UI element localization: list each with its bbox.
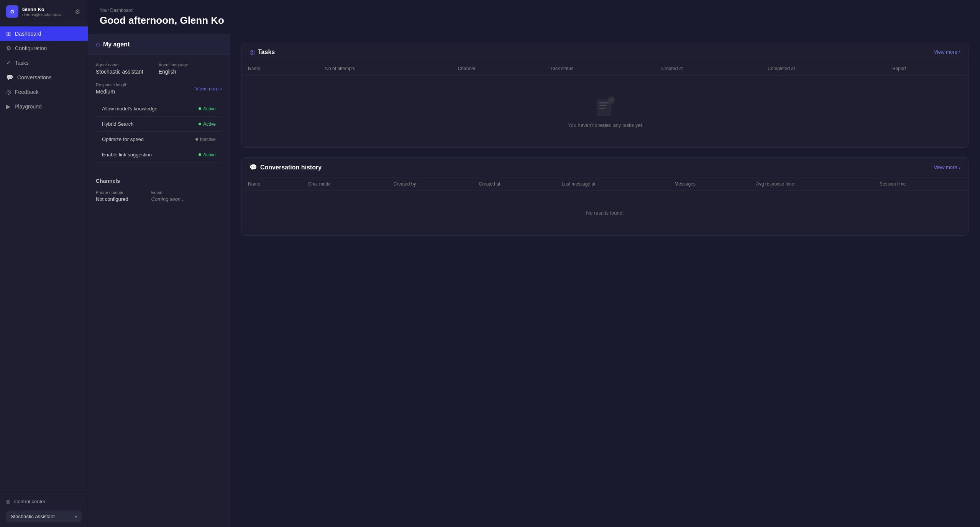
settings-button[interactable]: ⚙ [73, 7, 82, 17]
sidebar-item-label: Configuration [15, 45, 47, 51]
table-header-cell: Name [242, 62, 319, 76]
channels-title: Channels [96, 178, 222, 184]
status-badge: Active [199, 106, 216, 112]
breadcrumb: Your Dashboard [100, 8, 969, 13]
status-dot [199, 107, 201, 110]
status-badge: Active [199, 152, 216, 158]
table-header-cell: Created at [473, 177, 555, 191]
tasks-arrow-icon: › [959, 49, 960, 55]
table-row: No results found. [242, 191, 968, 235]
page-title: Good afternoon, Glenn Ko [100, 15, 969, 26]
conversations-empty-state: No results found. [242, 191, 968, 235]
agent-language-value: English [159, 69, 188, 75]
control-center-link[interactable]: ◎ Control center [6, 496, 82, 507]
sidebar-item-configuration[interactable]: ⚙Configuration [0, 41, 88, 56]
feature-name: Hybrid Search [102, 121, 133, 127]
agent-details: Agent name Stochastic assistant Agent la… [88, 55, 230, 170]
arrow-right-icon: › [220, 86, 222, 92]
table-header-cell: Completed at [762, 62, 886, 76]
conversations-table-body: No results found. [242, 191, 968, 235]
control-center-label: Control center [14, 499, 46, 504]
status-text: Inactive [200, 137, 216, 142]
view-more-agent-link[interactable]: View more › [195, 86, 222, 92]
agent-meta-row: Agent name Stochastic assistant Agent la… [96, 62, 222, 75]
sidebar-item-dashboard[interactable]: ⊞Dashboard [0, 26, 88, 41]
channel-col: Email Coming soon... [151, 190, 185, 202]
agent-panel-title: My agent [103, 41, 130, 48]
dashboard-icon: ⊞ [6, 30, 11, 37]
table-header-cell: Created at [655, 62, 762, 76]
response-length-label: Response length [96, 82, 128, 87]
status-text: Active [203, 121, 216, 127]
agent-panel: ⌂ My agent Agent name Stochastic assista… [88, 34, 230, 527]
tasks-view-more-label: View more [934, 49, 957, 55]
tasks-card-header: ◎ Tasks View more › [242, 42, 968, 62]
configuration-icon: ⚙ [6, 45, 11, 52]
sidebar-footer: ◎ Control center Stochastic assistant ▾ [0, 491, 88, 527]
main-content: Your Dashboard Good afternoon, Glenn Ko … [88, 0, 980, 527]
sidebar-item-feedback[interactable]: ◎Feedback [0, 85, 88, 99]
status-dot [199, 153, 201, 156]
channel-col: Phone number Not configured [96, 190, 128, 202]
user-name: Glenn Ko [22, 7, 62, 12]
status-text: Active [203, 106, 216, 112]
conversations-table: NameChat modeCreated byCreated atLast me… [242, 177, 968, 235]
channel-value: Not configured [96, 196, 128, 202]
chevron-down-icon: ▾ [75, 514, 77, 519]
table-header-cell: Messages [668, 177, 750, 191]
feature-name: Enable link suggestion [102, 152, 152, 158]
user-email: demos@stochastic.ai [22, 12, 62, 17]
sidebar-item-label: Dashboard [15, 31, 41, 37]
playground-icon: ▶ [6, 103, 11, 110]
sidebar-item-tasks[interactable]: ✓Tasks [0, 56, 88, 70]
channels-grid: Phone number Not configured Email Coming… [96, 190, 222, 202]
sidebar-item-playground[interactable]: ▶Playground [0, 99, 88, 114]
agent-language-col: Agent language English [159, 62, 188, 75]
channel-value: Coming soon... [151, 196, 185, 202]
conversations-icon: 💬 [250, 164, 257, 171]
table-header-cell: Report [886, 62, 968, 76]
sidebar-item-conversations[interactable]: 💬Conversations [0, 70, 88, 85]
sidebar-item-label: Playground [15, 103, 42, 110]
svg-rect-1 [599, 102, 609, 103]
view-more-label: View more [195, 86, 218, 92]
channels-section: Channels Phone number Not configured Ema… [88, 170, 230, 210]
agent-features: Allow model's knowledge Active Hybrid Se… [96, 101, 222, 163]
response-length-value: Medium [96, 89, 128, 95]
table-header-cell: Avg response time [750, 177, 873, 191]
conversations-title-row: 💬 Conversation history [250, 164, 322, 171]
feature-name: Optimize for speed [102, 136, 144, 142]
avatar: G [6, 5, 18, 18]
table-header-cell: Name [242, 177, 302, 191]
response-length-col: Response length Medium [96, 82, 128, 95]
conversations-view-more-label: View more [934, 164, 957, 170]
tasks-empty-icon [594, 95, 617, 118]
house-icon: ⌂ [96, 40, 100, 48]
agent-selector-name: Stochastic assistant [11, 514, 55, 519]
tasks-card: ◎ Tasks View more › NameNo of attemptsCh… [241, 42, 969, 148]
conversations-icon: 💬 [6, 74, 13, 81]
feature-row: Hybrid Search Active [96, 117, 222, 132]
tasks-table: NameNo of attemptsChannelTask statusCrea… [242, 62, 968, 148]
table-header-cell: Chat mode [302, 177, 387, 191]
channel-label: Email [151, 190, 185, 195]
feature-row: Optimize for speed Inactive [96, 132, 222, 147]
feedback-icon: ◎ [6, 89, 11, 95]
conversations-card-header: 💬 Conversation history View more › [242, 158, 968, 177]
user-details: Glenn Ko demos@stochastic.ai [22, 7, 62, 17]
sidebar-header: G Glenn Ko demos@stochastic.ai ⚙ [0, 0, 88, 23]
agent-selector[interactable]: Stochastic assistant ▾ [6, 511, 82, 522]
agent-language-label: Agent language [159, 62, 188, 67]
agent-name-label: Agent name [96, 62, 143, 67]
svg-rect-2 [599, 105, 607, 106]
conversations-arrow-icon: › [959, 164, 960, 170]
feature-row: Enable link suggestion Active [96, 147, 222, 163]
status-badge: Active [199, 121, 216, 127]
svg-rect-3 [599, 108, 605, 109]
conversations-view-more-link[interactable]: View more › [934, 164, 960, 170]
tasks-view-more-link[interactable]: View more › [934, 49, 960, 55]
conversations-card-title: Conversation history [260, 164, 322, 171]
sidebar-item-label: Feedback [15, 89, 38, 95]
nav-menu: ⊞Dashboard⚙Configuration✓Tasks💬Conversat… [0, 23, 88, 491]
control-center-icon: ◎ [6, 499, 10, 504]
